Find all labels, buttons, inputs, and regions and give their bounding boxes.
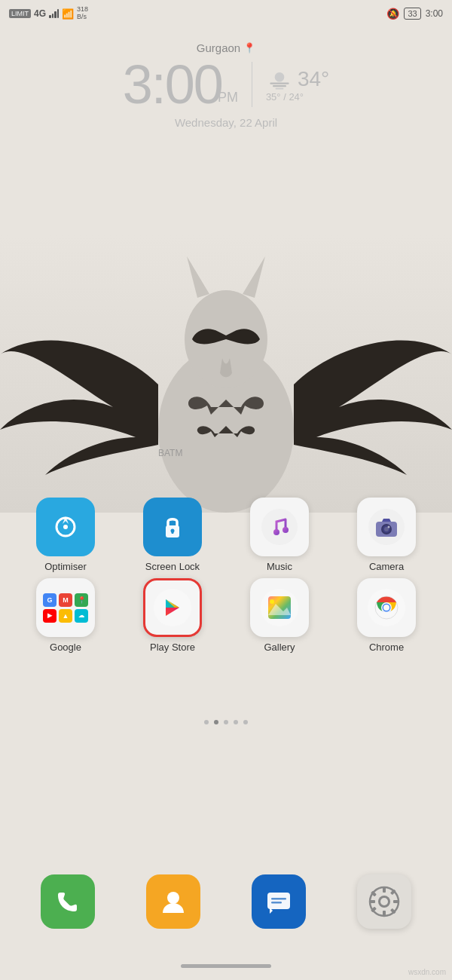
svg-rect-36 — [271, 898, 286, 900]
page-dot-1 — [204, 720, 209, 724]
temp-range: 35° / 24° — [266, 91, 304, 103]
playstore-label: Play Store — [150, 642, 195, 653]
home-indicator[interactable] — [181, 964, 271, 968]
svg-text:BATM: BATM — [158, 448, 182, 458]
svg-point-48 — [380, 898, 388, 905]
svg-rect-2 — [273, 85, 286, 87]
page-dot-3 — [224, 720, 228, 724]
optimiser-icon — [36, 498, 95, 556]
date-text: Wednesday, 22 April — [175, 116, 277, 129]
svg-point-15 — [273, 529, 279, 535]
weather-area: 34° 35° / 24° — [266, 67, 329, 103]
app-grid: Optimiser Screen Lock — [0, 498, 452, 659]
google-label: Google — [50, 642, 81, 653]
camera-icon — [357, 498, 416, 556]
chrome-label: Chrome — [369, 642, 404, 653]
playstore-icon — [143, 578, 202, 637]
svg-rect-10 — [63, 525, 68, 529]
wifi-icon: 📶 — [62, 8, 74, 20]
battery-icon: 33 — [404, 8, 420, 20]
weather-icon — [266, 69, 293, 90]
speed-text: 318B/s — [77, 6, 88, 21]
clock-time: 3:00 — [123, 57, 222, 112]
settings-icon — [357, 874, 411, 929]
app-item-playstore[interactable]: Play Store — [131, 578, 214, 653]
batman-wallpaper: BATM — [0, 234, 452, 513]
contacts-icon — [146, 874, 200, 929]
music-icon — [250, 498, 309, 556]
status-right: 🔕 33 3:00 — [386, 8, 443, 20]
svg-rect-40 — [383, 911, 386, 916]
music-label: Music — [267, 561, 292, 572]
svg-rect-42 — [393, 900, 399, 903]
svg-point-0 — [275, 72, 285, 82]
svg-rect-35 — [267, 893, 290, 909]
svg-point-16 — [282, 527, 289, 533]
page-dot-4 — [234, 720, 238, 724]
location-pin-icon: 📍 — [243, 42, 255, 54]
screenlock-label: Screen Lock — [145, 561, 200, 572]
app-item-camera[interactable]: Camera — [345, 498, 428, 572]
google-grid-icons: G M 📍 ▶ ▲ ☁ — [37, 587, 94, 629]
signal-bars — [49, 9, 59, 18]
svg-point-33 — [383, 605, 389, 611]
camera-label: Camera — [369, 561, 404, 572]
phone-icon — [41, 874, 95, 929]
app-item-gallery[interactable]: Gallery — [238, 578, 321, 653]
app-item-google[interactable]: G M 📍 ▶ ▲ ☁ Google — [24, 578, 107, 653]
location-row: Gurgaon 📍 — [197, 41, 255, 54]
chrome-icon — [357, 578, 416, 637]
bell-muted-icon: 🔕 — [386, 8, 399, 20]
page-dots — [0, 720, 452, 724]
location-text: Gurgaon — [197, 41, 240, 54]
page-dot-5 — [243, 720, 248, 724]
dock-item-contacts[interactable] — [144, 874, 203, 929]
dock-area — [0, 874, 452, 929]
svg-point-28 — [270, 599, 274, 604]
sim-label: LIMIT — [9, 9, 31, 18]
messages-icon — [252, 874, 306, 929]
temp-main: 34° — [298, 67, 329, 91]
svg-rect-37 — [271, 902, 282, 904]
app-row-2: G M 📍 ▶ ▲ ☁ Google — [12, 578, 440, 653]
status-left: LIMIT 4G 📶 318B/s — [9, 6, 88, 21]
svg-point-22 — [388, 526, 390, 528]
clock-weather-row: 3:00 PM 34° 35° / 24° — [123, 57, 329, 112]
svg-rect-3 — [275, 87, 283, 89]
clock-area: Gurgaon 📍 3:00 PM 34° 35° / 24° Wednesda… — [0, 41, 452, 129]
svg-rect-41 — [370, 900, 375, 903]
app-item-music[interactable]: Music — [238, 498, 321, 572]
dock-item-phone[interactable] — [38, 874, 97, 929]
svg-rect-39 — [383, 887, 386, 893]
gallery-label: Gallery — [264, 642, 295, 653]
app-item-chrome[interactable]: Chrome — [345, 578, 428, 653]
clock-status: 3:00 — [426, 8, 443, 19]
dock-item-settings[interactable] — [355, 874, 414, 929]
clock-ampm: PM — [218, 90, 238, 106]
gallery-icon — [250, 578, 309, 637]
svg-point-14 — [261, 509, 298, 545]
network-type: 4G — [34, 8, 46, 19]
google-icon: G M 📍 ▶ ▲ ☁ — [36, 578, 95, 637]
watermark: wsxdn.com — [408, 968, 446, 976]
status-bar: LIMIT 4G 📶 318B/s 🔕 33 3:00 — [0, 0, 452, 27]
page-dot-2 — [214, 720, 218, 724]
screenlock-icon — [143, 498, 202, 556]
app-row-1: Optimiser Screen Lock — [12, 498, 440, 572]
app-item-optimiser[interactable]: Optimiser — [24, 498, 107, 572]
svg-rect-13 — [172, 531, 174, 534]
app-item-screenlock[interactable]: Screen Lock — [131, 498, 214, 572]
svg-rect-1 — [270, 82, 289, 84]
dock-item-messages[interactable] — [249, 874, 308, 929]
svg-point-34 — [167, 892, 179, 904]
clock-divider — [252, 62, 252, 107]
optimiser-label: Optimiser — [44, 561, 87, 572]
